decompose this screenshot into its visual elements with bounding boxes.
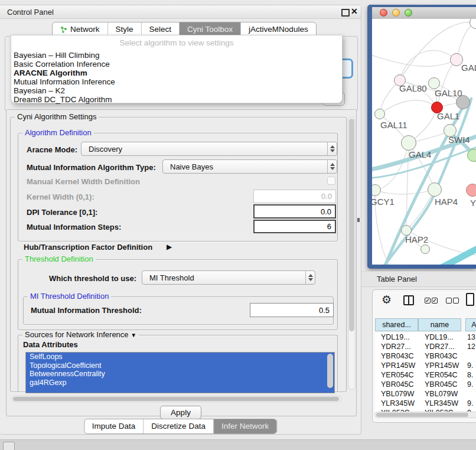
sources-title: Sources for Network Inference ▼ [22, 330, 139, 339]
list-scrollbar[interactable] [327, 354, 333, 388]
panel-splitter-handle[interactable] [357, 218, 360, 222]
cell: YDR27... [425, 342, 455, 351]
table-row[interactable]: YBL079WYBL079W [375, 389, 476, 399]
cell: YER054C [381, 370, 414, 380]
table-row[interactable]: YER054CYER054C8. [375, 370, 476, 380]
cell: 12 [467, 342, 475, 351]
manual-kernel-checkbox[interactable] [327, 177, 335, 185]
tab-impute-data[interactable]: Impute Data [84, 419, 144, 433]
cell: YBL079W [425, 389, 458, 399]
collapse-arrow-icon[interactable]: ▼ [131, 332, 136, 338]
settings-horizontal-scrollbar-thumb[interactable] [13, 397, 339, 401]
table-row[interactable]: YDL19...YDL19...13 [375, 332, 476, 342]
network-node[interactable] [467, 149, 476, 162]
column-header[interactable]: name [418, 318, 461, 331]
collapsed-panel-icon[interactable] [3, 442, 15, 450]
dropdown-item[interactable]: Bayesian – K2 [14, 86, 338, 95]
threshold-definition-title: Threshold Definition [22, 255, 96, 263]
network-node[interactable] [428, 182, 442, 197]
settings-horizontal-scrollbar[interactable] [11, 396, 342, 402]
column-header[interactable]: shared... [375, 318, 418, 331]
network-window-titlebar[interactable] [372, 7, 476, 19]
mi-threshold-field[interactable] [250, 303, 334, 317]
table-row[interactable]: YBR043CYBR043C [375, 351, 476, 361]
mi-steps-field[interactable] [253, 220, 336, 233]
dropdown-item[interactable]: Mutual Information Inference [14, 77, 338, 86]
mi-threshold-label: Mutual Information Threshold: [31, 306, 142, 315]
stepper-icon [305, 271, 315, 284]
cell: YBR043C [425, 351, 458, 361]
table-row[interactable]: YBR045CYBR045C9. [375, 380, 476, 389]
network-icon [60, 26, 67, 33]
settings-vertical-scrollbar[interactable] [348, 117, 356, 390]
network-node[interactable] [401, 135, 416, 151]
dpi-tolerance-field[interactable] [253, 204, 336, 219]
hub-definition-label: Hub/Transcription Factor Definition [24, 243, 152, 252]
cell: YDL19... [425, 332, 454, 342]
which-threshold-select[interactable]: MI Threshold [142, 270, 315, 285]
cell: YBL079W [381, 389, 414, 399]
algorithm-dropdown: Select algorithm to view settings Bayesi… [11, 35, 343, 103]
cell: 9. [467, 361, 473, 370]
stepper-icon [327, 160, 337, 173]
gear-icon[interactable]: ⚙ [382, 294, 392, 305]
checked-box-icon[interactable]: ✓ [425, 298, 431, 304]
document-icon[interactable] [466, 293, 474, 306]
minimize-traffic-light-icon[interactable] [392, 9, 400, 17]
table-row[interactable]: YDR27...YDR27...12 [375, 342, 476, 351]
table-row[interactable]: YLR345WYLR345W9. [375, 399, 476, 408]
network-node[interactable] [466, 184, 476, 197]
column-header[interactable]: A [465, 318, 476, 331]
settings-vertical-scrollbar-thumb[interactable] [349, 119, 354, 331]
columns-icon[interactable] [403, 295, 414, 305]
tab-infer-network-label: Infer Network [221, 419, 269, 433]
kernel-width-field[interactable] [253, 190, 336, 203]
table-horizontal-scrollbar-thumb[interactable] [376, 413, 468, 417]
unchecked-box-icon[interactable] [453, 298, 459, 304]
cell: YLR345W [381, 399, 415, 408]
attribute-item[interactable]: BetweennessCentrality [26, 370, 334, 379]
dropdown-item[interactable]: Basic Correlation Inference [14, 60, 338, 69]
network-window-chrome: GAL7 GAL80 GAL10 GAL1 GAL11 SWI4 GAL4 GC… [372, 7, 476, 265]
close-icon[interactable]: ✕ [351, 6, 358, 16]
unchecked-box-icon[interactable] [446, 298, 452, 304]
network-node[interactable] [428, 77, 440, 89]
dropdown-item[interactable]: Bayesian – Hill Climbing [14, 51, 338, 60]
data-attributes-list[interactable]: SelfLoops TopologicalCoefficient Between… [25, 352, 335, 393]
close-traffic-light-icon[interactable] [380, 9, 387, 17]
sources-group: Sources for Network Inference ▼ Data Att… [18, 335, 338, 392]
apply-button[interactable]: Apply [160, 406, 201, 419]
tab-infer-network[interactable]: Infer Network [213, 419, 276, 433]
which-threshold-value: MI Threshold [142, 273, 305, 282]
float-window-icon[interactable] [341, 9, 350, 17]
table-panel: ⚙ ✓ ✓ shared... name A YDL19...YDL19...1… [372, 289, 476, 423]
zoom-traffic-light-icon[interactable] [405, 9, 412, 17]
tab-discretize-data[interactable]: Discretize Data [143, 419, 213, 433]
stepper-icon [327, 142, 337, 155]
aracne-mode-select[interactable]: Discovery [81, 142, 337, 156]
cell: YDL19... [381, 332, 410, 342]
table-row[interactable]: YPR145WYPR145W9. [375, 361, 476, 370]
algorithm-definition-title: Algorithm Definition [22, 128, 94, 137]
cyni-algorithm-settings-group: Cyni Algorithm Settings Algorithm Defini… [10, 117, 347, 392]
checked-box-icon[interactable]: ✓ [432, 298, 438, 304]
network-node[interactable] [374, 109, 385, 119]
node-label: GAL1 [437, 111, 459, 121]
mi-type-select[interactable]: Naive Bayes [162, 159, 337, 174]
node-label: GCY1 [372, 197, 395, 207]
tab-discretize-data-label: Discretize Data [151, 419, 206, 433]
dropdown-item[interactable]: Dream8 DC_TDC Algorithm [14, 95, 338, 104]
table-horizontal-scrollbar[interactable] [374, 412, 476, 418]
aracne-mode-value: Discovery [81, 145, 327, 154]
attribute-item[interactable]: TopologicalCoefficient [26, 361, 334, 370]
dropdown-item-selected[interactable]: ARACNE Algorithm [14, 69, 338, 77]
node-label: HAP2 [405, 234, 428, 244]
table-panel-header: Table Panel [361, 271, 476, 287]
network-node[interactable] [420, 244, 430, 254]
expand-arrow-icon[interactable]: ▶ [167, 243, 172, 251]
attribute-item[interactable]: gal4RGexp [26, 379, 334, 387]
bottom-tabbar: Impute Data Discretize Data Infer Networ… [84, 419, 277, 434]
network-canvas[interactable]: GAL7 GAL80 GAL10 GAL1 GAL11 SWI4 GAL4 GC… [372, 19, 476, 265]
node-label: GAL11 [380, 120, 407, 130]
attribute-item[interactable]: SelfLoops [26, 353, 334, 361]
